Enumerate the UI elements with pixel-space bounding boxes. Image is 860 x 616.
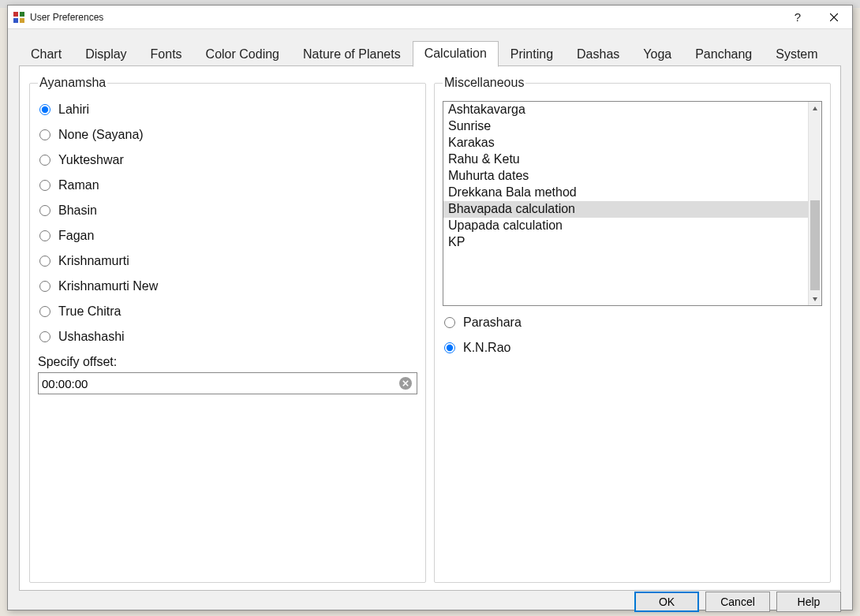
tab-fonts[interactable]: Fonts xyxy=(139,42,194,67)
radio-input[interactable] xyxy=(444,342,455,353)
radio-input[interactable] xyxy=(39,205,50,216)
radio-krishnamurti[interactable]: Krishnamurti xyxy=(39,254,417,268)
radio-fagan[interactable]: Fagan xyxy=(39,229,417,243)
radio-input[interactable] xyxy=(39,256,50,267)
radio-lahiri[interactable]: Lahiri xyxy=(39,103,417,117)
list-item[interactable]: Ashtakavarga xyxy=(443,102,808,118)
scroll-down-arrow-icon[interactable] xyxy=(809,292,821,305)
svg-marker-9 xyxy=(813,297,817,301)
group-ayanamsha: Ayanamsha LahiriNone (Sayana)YukteshwarR… xyxy=(29,76,426,583)
list-item[interactable]: Upapada calculation xyxy=(443,218,808,234)
radio-k-n-rao[interactable]: K.N.Rao xyxy=(444,341,822,355)
group-miscellaneous: Miscellaneous AshtakavargaSunriseKarakas… xyxy=(434,76,831,583)
scroll-thumb[interactable] xyxy=(810,200,820,290)
preferences-dialog: User Preferences ? Chart Display Fonts C… xyxy=(7,5,853,610)
tab-nature-of-planets[interactable]: Nature of Planets xyxy=(291,42,413,67)
radio-label: Parashara xyxy=(463,315,522,330)
titlebar-help-button[interactable]: ? xyxy=(780,6,816,29)
tab-panchang[interactable]: Panchang xyxy=(683,42,764,67)
title-bar: User Preferences ? xyxy=(8,6,852,29)
tab-label: Nature of Planets xyxy=(303,47,401,61)
help-button[interactable]: Help xyxy=(776,592,841,612)
radio-label: True Chitra xyxy=(58,304,121,319)
group-legend: Miscellaneous xyxy=(443,76,525,90)
scrollbar[interactable] xyxy=(808,102,821,305)
tab-label: Dashas xyxy=(577,47,619,61)
radio-input[interactable] xyxy=(444,317,455,328)
ayanamsha-options: LahiriNone (Sayana)YukteshwarRamanBhasin… xyxy=(39,103,417,344)
radio-label: Fagan xyxy=(58,229,94,243)
panel-miscellaneous: Miscellaneous AshtakavargaSunriseKarakas… xyxy=(434,76,831,590)
app-icon xyxy=(13,11,25,24)
tab-calculation[interactable]: Calculation xyxy=(413,41,499,67)
radio-label: Yukteshwar xyxy=(58,153,124,167)
radio-true-chitra[interactable]: True Chitra xyxy=(39,304,417,319)
scroll-up-arrow-icon[interactable] xyxy=(809,102,821,115)
radio-label: Raman xyxy=(58,178,99,192)
svg-marker-8 xyxy=(813,106,817,110)
radio-input[interactable] xyxy=(39,281,50,292)
offset-input-wrap[interactable] xyxy=(38,372,417,394)
radio-input[interactable] xyxy=(39,230,50,241)
tab-label: Chart xyxy=(31,47,62,61)
list-item[interactable]: Bhavapada calculation xyxy=(443,201,808,218)
radio-label: Bhasin xyxy=(58,203,97,218)
list-item[interactable]: Sunrise xyxy=(443,118,808,135)
tab-printing[interactable]: Printing xyxy=(499,42,565,67)
tab-label: Printing xyxy=(510,47,553,61)
group-legend: Ayanamsha xyxy=(38,76,107,90)
radio-parashara[interactable]: Parashara xyxy=(444,315,822,330)
button-label: Cancel xyxy=(720,595,755,608)
radio-input[interactable] xyxy=(39,306,50,317)
tab-label: Display xyxy=(85,47,126,61)
window-title: User Preferences xyxy=(30,12,103,23)
radio-none-sayana-[interactable]: None (Sayana) xyxy=(39,128,417,142)
radio-input[interactable] xyxy=(39,129,50,140)
tab-label: Panchang xyxy=(695,47,752,61)
dialog-buttons: OK Cancel Help xyxy=(8,592,852,612)
radio-label: Krishnamurti xyxy=(58,254,129,268)
titlebar-close-button[interactable] xyxy=(816,6,852,29)
tab-label: Color Coding xyxy=(206,47,279,61)
radio-input[interactable] xyxy=(39,155,50,166)
svg-rect-1 xyxy=(20,12,24,17)
tab-label: Calculation xyxy=(424,47,487,60)
scroll-track[interactable] xyxy=(809,115,821,292)
svg-rect-2 xyxy=(13,18,18,23)
list-item[interactable]: Rahu & Ketu xyxy=(443,151,808,168)
offset-input[interactable] xyxy=(42,377,399,390)
misc-listbox[interactable]: AshtakavargaSunriseKarakasRahu & KetuMuh… xyxy=(443,101,822,306)
offset-label: Specify offset: xyxy=(38,355,417,369)
tab-chart[interactable]: Chart xyxy=(19,42,73,67)
radio-input[interactable] xyxy=(39,180,50,191)
ok-button[interactable]: OK xyxy=(634,592,699,612)
list-item[interactable]: Drekkana Bala method xyxy=(443,185,808,201)
tab-yoga[interactable]: Yoga xyxy=(631,42,683,67)
list-item[interactable]: KP xyxy=(443,234,808,251)
radio-label: Krishnamurti New xyxy=(58,279,158,293)
radio-raman[interactable]: Raman xyxy=(39,178,417,192)
radio-label: Lahiri xyxy=(58,103,89,117)
panel-ayanamsha: Ayanamsha LahiriNone (Sayana)YukteshwarR… xyxy=(29,76,426,590)
clear-icon[interactable] xyxy=(399,377,412,390)
radio-label: None (Sayana) xyxy=(58,128,144,142)
tab-color-coding[interactable]: Color Coding xyxy=(194,42,291,67)
button-label: Help xyxy=(798,595,821,608)
tab-display[interactable]: Display xyxy=(73,42,138,67)
tab-strip: Chart Display Fonts Color Coding Nature … xyxy=(19,40,841,66)
list-item[interactable]: Karakas xyxy=(443,135,808,151)
radio-bhasin[interactable]: Bhasin xyxy=(39,203,417,218)
radio-krishnamurti-new[interactable]: Krishnamurti New xyxy=(39,279,417,293)
button-label: OK xyxy=(659,595,675,608)
radio-yukteshwar[interactable]: Yukteshwar xyxy=(39,153,417,167)
radio-input[interactable] xyxy=(39,331,50,342)
tab-label: Yoga xyxy=(643,47,671,61)
tabs-area: Chart Display Fonts Color Coding Nature … xyxy=(8,29,852,592)
radio-input[interactable] xyxy=(39,104,50,115)
tab-dashas[interactable]: Dashas xyxy=(565,42,631,67)
list-item[interactable]: Muhurta dates xyxy=(443,168,808,185)
cancel-button[interactable]: Cancel xyxy=(705,592,770,612)
radio-ushashashi[interactable]: Ushashashi xyxy=(39,330,417,344)
tab-system[interactable]: System xyxy=(764,42,829,67)
tab-label: System xyxy=(776,47,817,61)
